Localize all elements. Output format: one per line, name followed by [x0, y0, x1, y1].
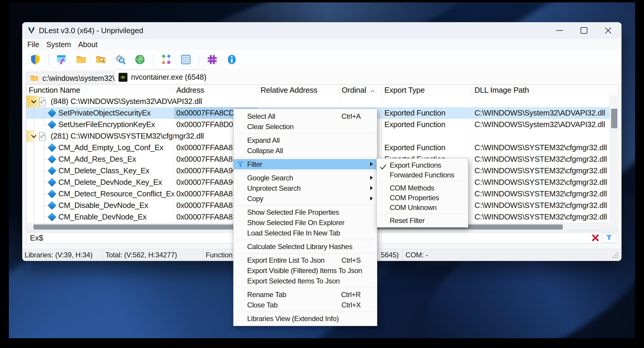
menu-item-label: Unprotect Search: [247, 183, 301, 193]
tree-guide-line: [34, 177, 34, 188]
open-folder-icon[interactable]: [75, 53, 88, 66]
export-type-cell: Exported Function: [384, 142, 445, 153]
menu-item-copy[interactable]: Copy: [234, 193, 377, 204]
menu-item-label: Show Selected File Properties: [247, 207, 339, 217]
apply-filter-button[interactable]: [602, 233, 616, 243]
tree-guide-line: [34, 200, 34, 211]
menu-item-label: Rename Tab: [247, 289, 286, 300]
menu-item-label: Libraries View (Extended Info): [247, 313, 339, 324]
function-diamond-icon: [48, 178, 57, 187]
menu-item-select-all[interactable]: Select AllCtrl+A: [234, 111, 377, 121]
group-row[interactable]: (848) C:\WINDOWS\System32\ADVAPI32.dll: [26, 96, 610, 107]
dlest-logo-icon: [27, 26, 36, 35]
menu-item-close-tab[interactable]: Close TabCtrl+X: [234, 300, 377, 310]
vertical-scrollbar[interactable]: [610, 96, 619, 223]
tree-guide-line: [34, 165, 34, 177]
radar-icon[interactable]: [133, 53, 146, 66]
function-name-cell: SetPrivateObjectSecurityEx: [58, 107, 151, 119]
collapse-chevron-icon[interactable]: [31, 134, 36, 138]
resize-grip-icon[interactable]: [613, 253, 614, 254]
menu-item-show-selected-file-properties[interactable]: Show Selected File Properties: [234, 207, 377, 217]
column-separator[interactable]: [258, 86, 258, 94]
column-separator[interactable]: [472, 86, 472, 94]
function-diamond-icon: [48, 213, 57, 222]
menu-item-label: Export Entire List To Json: [247, 255, 325, 265]
menu-item-show-selected-file-on-explorer[interactable]: Show Selected File On Explorer: [234, 217, 377, 228]
menu-item-reset-filter[interactable]: Reset Filter: [377, 216, 468, 225]
menu-item-export-functions[interactable]: Export Functions: [377, 160, 468, 170]
menu-item-libraries-view-extended-info[interactable]: Libraries View (Extended Info): [234, 313, 377, 324]
title-bar[interactable]: DLest v3.0 (x64) - Unprivileged: [22, 22, 621, 39]
column-header-export-type[interactable]: Export Type: [384, 85, 425, 96]
menubar-item-file[interactable]: File: [27, 40, 39, 49]
tab-c-windows-system32[interactable]: c:\windows\system32\: [26, 72, 114, 84]
submenu-arrow-icon: [370, 162, 373, 166]
uac-shield-icon[interactable]: [29, 53, 42, 66]
status-segment: Total: (V:562, H:34277): [103, 249, 203, 261]
menu-item-filter[interactable]: Filter: [234, 159, 377, 169]
maximize-button[interactable]: [572, 22, 596, 39]
menu-item-clear-selection[interactable]: Clear Selection: [234, 121, 377, 132]
list-header: Function NameAddressRelative AddressOrdi…: [26, 85, 618, 96]
menu-item-collapse-all[interactable]: Collapse All: [234, 145, 377, 156]
menu-item-rename-tab[interactable]: Rename TabCtrl+R: [234, 289, 377, 300]
function-diamond-icon: [48, 155, 57, 164]
menu-item-com-methods[interactable]: COM Methods: [377, 183, 468, 193]
menubar-item-about[interactable]: About: [78, 40, 98, 49]
column-header-dll-image-path[interactable]: DLL Image Path: [474, 85, 529, 96]
nvidia-icon: [119, 73, 127, 82]
menu-item-com-properties[interactable]: COM Properties: [377, 193, 468, 203]
process-search-icon[interactable]: [114, 53, 127, 66]
grid-view-icon[interactable]: [179, 53, 192, 66]
submenu-arrow-icon: [370, 196, 373, 201]
column-header-label: Function Name: [29, 86, 80, 94]
menu-separator: [236, 133, 375, 134]
menu-item-calculate-selected-library-hashes[interactable]: Calculate Selected Library Hashes: [234, 241, 377, 252]
menubar-item-system[interactable]: System: [46, 40, 71, 49]
toolbar-separator: [153, 53, 153, 66]
scan-folder-icon[interactable]: [94, 53, 107, 66]
minimize-button[interactable]: [547, 22, 572, 39]
function-name-cell: CM_Delete_DevNode_Key_Ex: [58, 177, 162, 188]
menu-separator: [236, 312, 375, 312]
menu-item-label: Google Search: [247, 173, 293, 183]
menu-item-forwarded-functions[interactable]: Forwarded Functions: [377, 170, 468, 180]
address-cell: 0x00007FFA8A8F: [176, 153, 237, 165]
hash-icon[interactable]: [206, 53, 219, 66]
column-separator[interactable]: [174, 86, 174, 94]
tab-nvcontainer-exe-6548[interactable]: nvcontainer.exe (6548): [115, 70, 206, 84]
menu-item-com-unknown[interactable]: COM Unknown: [377, 203, 468, 212]
menu-item-load-selected-file-in-new-tab[interactable]: Load Selected File In New Tab: [234, 228, 377, 238]
diagram-icon[interactable]: [160, 53, 173, 66]
column-separator[interactable]: [382, 86, 382, 94]
menu-item-google-search[interactable]: Google Search: [234, 173, 377, 183]
vertical-scrollbar-thumb[interactable]: [611, 109, 617, 128]
column-separator[interactable]: [339, 86, 340, 94]
tree-guide-line: [44, 119, 44, 124]
column-header-function-name[interactable]: Function Name: [29, 85, 80, 96]
menu-item-export-selected-items-to-json[interactable]: Export Selected Items To Json: [234, 276, 377, 286]
run-window-icon[interactable]: [55, 53, 68, 66]
tab-label: c:\windows\system32\: [42, 74, 114, 83]
menu-item-label: Export Visible (Filtered) Items To Json: [247, 265, 362, 276]
column-gridline: [472, 96, 472, 223]
column-header-address[interactable]: Address: [176, 85, 204, 96]
clear-filter-icon[interactable]: [591, 233, 600, 242]
dll-path-cell: C:\WINDOWS\SYSTEM32\cfgmgr32.dll: [474, 142, 607, 153]
filter-input[interactable]: Ex$: [30, 232, 43, 243]
menu-item-export-visible-filtered-items-to-json[interactable]: Export Visible (Filtered) Items To Json: [234, 265, 377, 276]
menu-item-label: Copy: [247, 193, 263, 204]
info-icon[interactable]: [225, 53, 238, 66]
collapse-chevron-icon[interactable]: [31, 100, 36, 103]
address-cell: 0x00007FFA8A8F: [176, 211, 237, 223]
address-cell: 0x00007FFA8A90: [176, 165, 237, 177]
menu-item-unprotect-search[interactable]: Unprotect Search: [234, 183, 377, 193]
menu-item-expand-all[interactable]: Expand All: [234, 135, 377, 145]
menu-item-export-entire-list-to-json[interactable]: Export Entire List To JsonCtrl+S: [234, 255, 377, 265]
column-header-relative-address[interactable]: Relative Address: [261, 85, 317, 96]
window-title: DLest v3.0 (x64) - Unprivileged: [39, 22, 143, 39]
close-button[interactable]: [596, 22, 620, 39]
menu-item-label: Calculate Selected Library Hashes: [247, 241, 352, 252]
column-header-ordinal[interactable]: Ordinal: [342, 85, 375, 96]
menu-separator: [236, 288, 375, 288]
